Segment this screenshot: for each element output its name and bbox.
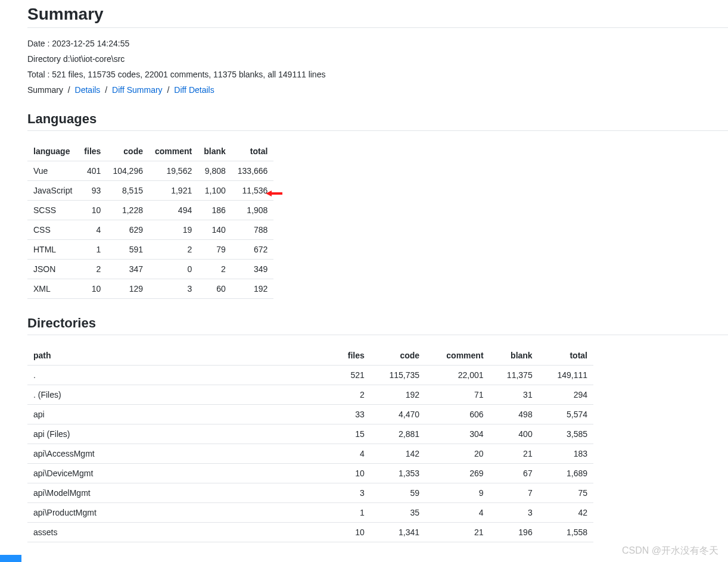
table-row: XML10129360192: [27, 279, 273, 299]
divider: [27, 27, 728, 28]
table-row: CSS462919140788: [27, 220, 273, 240]
cell-code: 347: [107, 260, 149, 279]
total-line: Total : 521 files, 115735 codes, 22001 c…: [27, 70, 728, 79]
watermark: CSDN @开水没有冬天: [622, 545, 718, 557]
cell-language: Vue: [27, 161, 78, 181]
cell-files: 10: [78, 279, 107, 299]
cell-comment: 3: [149, 279, 198, 299]
cell-blank: 1,100: [198, 181, 232, 201]
col-code: code: [371, 346, 425, 366]
decorative-sliver: [0, 555, 21, 562]
cell-files: 1: [78, 240, 107, 260]
cell-files: 10: [333, 523, 371, 542]
cell-comment: 19: [149, 220, 198, 240]
table-row: HTML1591279672: [27, 240, 273, 260]
cell-path: api\ProductMgmt: [27, 503, 333, 523]
cell-total: 349: [232, 260, 274, 279]
cell-language: HTML: [27, 240, 78, 260]
cell-blank: 3: [490, 503, 539, 523]
breadcrumb-link-diff-summary[interactable]: Diff Summary: [112, 85, 163, 95]
table-row: Vue401104,29619,5629,808133,666: [27, 161, 273, 181]
cell-comment: 4: [425, 503, 489, 523]
cell-total: 75: [539, 483, 593, 503]
table-row: assets101,341211961,558: [27, 523, 593, 542]
cell-total: 192: [232, 279, 274, 299]
cell-comment: 9: [425, 483, 489, 503]
cell-code: 1,228: [107, 201, 149, 220]
cell-code: 59: [371, 483, 425, 503]
table-row: api (Files)152,8813044003,585: [27, 424, 593, 444]
cell-total: 133,666: [232, 161, 274, 181]
cell-path: .: [27, 366, 333, 385]
cell-blank: 79: [198, 240, 232, 260]
cell-code: 35: [371, 503, 425, 523]
table-row: api\AccessMgmt41422021183: [27, 444, 593, 464]
cell-path: . (Files): [27, 385, 333, 405]
col-language: language: [27, 142, 78, 161]
col-blank: blank: [490, 346, 539, 366]
breadcrumb: Summary / Details / Diff Summary / Diff …: [27, 85, 728, 95]
col-code: code: [107, 142, 149, 161]
cell-total: 11,536: [232, 181, 274, 201]
cell-blank: 140: [198, 220, 232, 240]
cell-total: 1,689: [539, 464, 593, 483]
cell-files: 4: [333, 444, 371, 464]
cell-blank: 498: [490, 405, 539, 424]
cell-total: 294: [539, 385, 593, 405]
directories-heading: Directories: [27, 316, 728, 331]
cell-blank: 186: [198, 201, 232, 220]
cell-total: 1,908: [232, 201, 274, 220]
breadcrumb-link-details[interactable]: Details: [75, 85, 101, 95]
table-row: JSON234702349: [27, 260, 273, 279]
breadcrumb-link-diff-details[interactable]: Diff Details: [174, 85, 214, 95]
cell-blank: 196: [490, 523, 539, 542]
breadcrumb-current: Summary: [27, 85, 63, 95]
cell-files: 3: [333, 483, 371, 503]
cell-blank: 9,808: [198, 161, 232, 181]
cell-total: 1,558: [539, 523, 593, 542]
cell-path: api: [27, 405, 333, 424]
cell-files: 10: [78, 201, 107, 220]
cell-comment: 0: [149, 260, 198, 279]
cell-comment: 494: [149, 201, 198, 220]
date-line: Date : 2023-12-25 14:24:55: [27, 39, 728, 48]
cell-comment: 1,921: [149, 181, 198, 201]
cell-files: 10: [333, 464, 371, 483]
col-total: total: [539, 346, 593, 366]
languages-table: language files code comment blank total …: [27, 142, 273, 299]
cell-files: 1: [333, 503, 371, 523]
cell-code: 629: [107, 220, 149, 240]
table-header-row: path files code comment blank total: [27, 346, 593, 366]
cell-blank: 11,375: [490, 366, 539, 385]
cell-files: 15: [333, 424, 371, 444]
cell-path: assets: [27, 523, 333, 542]
table-row: . (Files)21927131294: [27, 385, 593, 405]
cell-total: 3,585: [539, 424, 593, 444]
cell-code: 129: [107, 279, 149, 299]
col-files: files: [78, 142, 107, 161]
cell-path: api\AccessMgmt: [27, 444, 333, 464]
cell-code: 1,341: [371, 523, 425, 542]
table-header-row: language files code comment blank total: [27, 142, 273, 161]
cell-comment: 22,001: [425, 366, 489, 385]
cell-code: 2,881: [371, 424, 425, 444]
cell-total: 183: [539, 444, 593, 464]
col-comment: comment: [149, 142, 198, 161]
cell-total: 42: [539, 503, 593, 523]
cell-code: 8,515: [107, 181, 149, 201]
cell-blank: 60: [198, 279, 232, 299]
col-total: total: [232, 142, 274, 161]
page-title: Summary: [27, 5, 728, 24]
cell-comment: 21: [425, 523, 489, 542]
cell-language: CSS: [27, 220, 78, 240]
cell-comment: 19,562: [149, 161, 198, 181]
cell-language: JavaScript: [27, 181, 78, 201]
cell-blank: 2: [198, 260, 232, 279]
table-row: JavaScript938,5151,9211,10011,536: [27, 181, 273, 201]
cell-language: JSON: [27, 260, 78, 279]
cell-total: 672: [232, 240, 274, 260]
col-path: path: [27, 346, 333, 366]
cell-comment: 304: [425, 424, 489, 444]
directories-table: path files code comment blank total .521…: [27, 346, 593, 542]
cell-total: 788: [232, 220, 274, 240]
